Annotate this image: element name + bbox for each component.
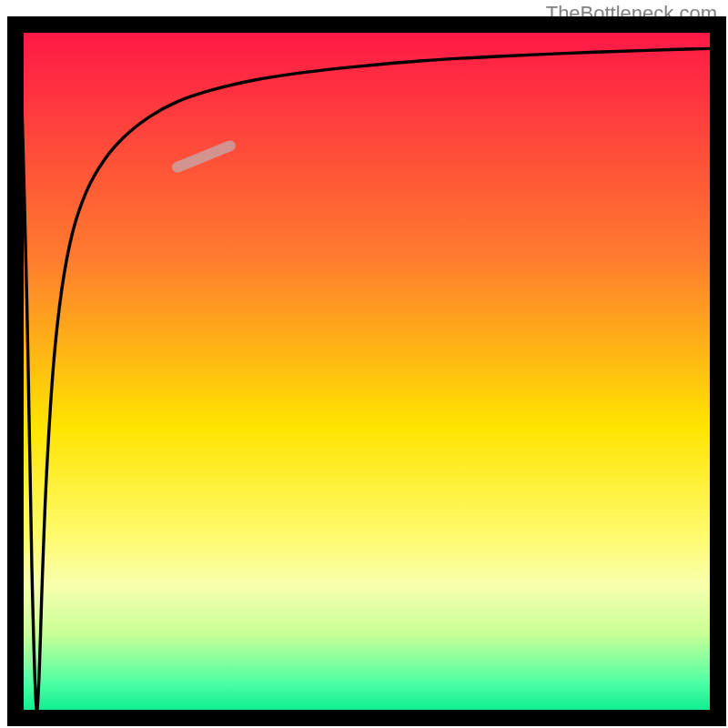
- chart-container: TheBottleneck.com: [0, 0, 728, 728]
- plot-background: [16, 25, 717, 717]
- bottleneck-chart: [0, 0, 728, 728]
